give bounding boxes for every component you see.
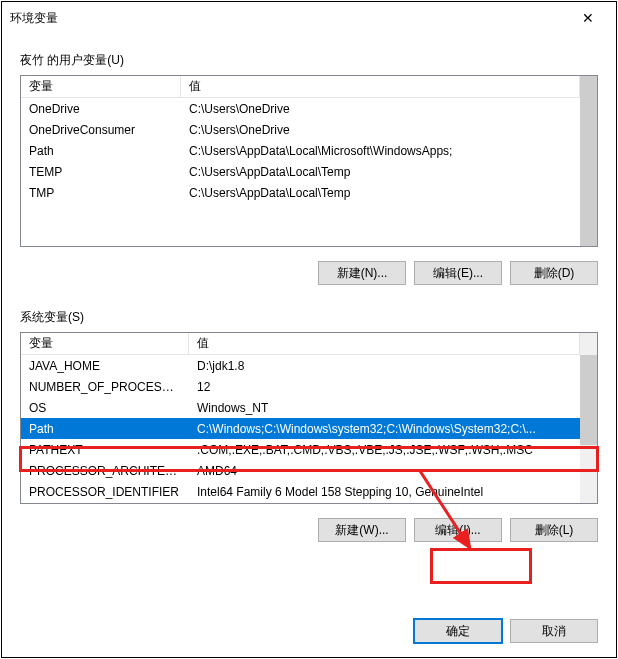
table-row[interactable]: OSWindows_NT: [21, 397, 580, 418]
system-vars-buttons: 新建(W)... 编辑(I)... 删除(L): [20, 518, 598, 542]
user-vars-list[interactable]: 变量 值 OneDriveC:\Users\OneDriveOneDriveCo…: [20, 75, 598, 247]
system-new-button[interactable]: 新建(W)...: [318, 518, 406, 542]
var-value: AMD64: [189, 462, 580, 480]
dialog-footer: 确定 取消: [2, 605, 616, 657]
titlebar: 环境变量 ✕: [2, 2, 616, 34]
table-row[interactable]: PathC:\Windows;C:\Windows\system32;C:\Wi…: [21, 418, 580, 439]
var-name: JAVA_HOME: [21, 357, 189, 375]
var-name: Path: [21, 420, 189, 438]
close-button[interactable]: ✕: [568, 4, 608, 32]
ok-button[interactable]: 确定: [414, 619, 502, 643]
scrollbar-thumb[interactable]: [580, 355, 597, 445]
dialog-content: 夜竹 的用户变量(U) 变量 值 OneDriveC:\Users\OneDri…: [2, 34, 616, 605]
var-name: NUMBER_OF_PROCESSORS: [21, 378, 189, 396]
user-vars-list-inner: 变量 值 OneDriveC:\Users\OneDriveOneDriveCo…: [21, 76, 580, 246]
table-row[interactable]: JAVA_HOMED:\jdk1.8: [21, 355, 580, 376]
system-vars-section: 系统变量(S) 变量 值 JAVA_HOMED:\jdk1.8NUMBER_OF…: [20, 301, 598, 542]
var-name: PATHEXT: [21, 441, 189, 459]
var-value: C:\Windows;C:\Windows\system32;C:\Window…: [189, 420, 580, 438]
user-delete-button[interactable]: 删除(D): [510, 261, 598, 285]
var-name: OS: [21, 399, 189, 417]
close-icon: ✕: [582, 10, 594, 26]
var-value: Windows_NT: [189, 399, 580, 417]
var-name: TEMP: [21, 163, 181, 181]
user-vars-section: 夜竹 的用户变量(U) 变量 值 OneDriveC:\Users\OneDri…: [20, 44, 598, 285]
user-vars-buttons: 新建(N)... 编辑(E)... 删除(D): [20, 261, 598, 285]
system-delete-button[interactable]: 删除(L): [510, 518, 598, 542]
var-name: TMP: [21, 184, 181, 202]
var-value: C:\Users\AppData\Local\Temp: [181, 163, 580, 181]
system-vars-list[interactable]: 变量 值 JAVA_HOMED:\jdk1.8NUMBER_OF_PROCESS…: [20, 332, 598, 504]
cancel-button[interactable]: 取消: [510, 619, 598, 643]
system-vars-label: 系统变量(S): [20, 309, 598, 326]
table-row[interactable]: NUMBER_OF_PROCESSORS12: [21, 376, 580, 397]
env-vars-dialog: 环境变量 ✕ 夜竹 的用户变量(U) 变量 值 OneDriveC:\Users…: [1, 1, 617, 658]
var-value: C:\Users\OneDrive: [181, 100, 580, 118]
table-row[interactable]: OneDriveConsumerC:\Users\OneDrive: [21, 119, 580, 140]
header-name[interactable]: 变量: [21, 333, 189, 355]
var-value: Intel64 Family 6 Model 158 Stepping 10, …: [189, 483, 580, 501]
var-name: PROCESSOR_IDENTIFIER: [21, 483, 189, 501]
window-title: 环境变量: [10, 10, 568, 27]
user-vars-header: 变量 值: [21, 76, 580, 98]
var-value: D:\jdk1.8: [189, 357, 580, 375]
var-value: C:\Users\OneDrive: [181, 121, 580, 139]
header-value[interactable]: 值: [189, 333, 580, 355]
table-row[interactable]: TMPC:\Users\AppData\Local\Temp: [21, 182, 580, 203]
var-value: 12: [189, 378, 580, 396]
var-value: .COM;.EXE;.BAT;.CMD;.VBS;.VBE;.JS;.JSE;.…: [189, 441, 580, 459]
var-name: Path: [21, 142, 181, 160]
scrollbar-thumb[interactable]: [580, 76, 597, 246]
user-vars-label: 夜竹 的用户变量(U): [20, 52, 598, 69]
header-name[interactable]: 变量: [21, 76, 181, 98]
user-vars-scrollbar[interactable]: [580, 76, 597, 246]
var-value: C:\Users\AppData\Local\Microsoft\Windows…: [181, 142, 580, 160]
system-vars-list-inner: 变量 值 JAVA_HOMED:\jdk1.8NUMBER_OF_PROCESS…: [21, 333, 580, 503]
table-row[interactable]: OneDriveC:\Users\OneDrive: [21, 98, 580, 119]
table-row[interactable]: PathC:\Users\AppData\Local\Microsoft\Win…: [21, 140, 580, 161]
table-row[interactable]: PROCESSOR_IDENTIFIERIntel64 Family 6 Mod…: [21, 481, 580, 502]
table-row[interactable]: PROCESSOR_ARCHITECT...AMD64: [21, 460, 580, 481]
system-edit-button[interactable]: 编辑(I)...: [414, 518, 502, 542]
var-name: OneDrive: [21, 100, 181, 118]
table-row[interactable]: TEMPC:\Users\AppData\Local\Temp: [21, 161, 580, 182]
var-name: OneDriveConsumer: [21, 121, 181, 139]
system-vars-header: 变量 值: [21, 333, 580, 355]
user-edit-button[interactable]: 编辑(E)...: [414, 261, 502, 285]
header-value[interactable]: 值: [181, 76, 580, 98]
var-name: PROCESSOR_ARCHITECT...: [21, 462, 189, 480]
system-vars-scrollbar[interactable]: [580, 333, 597, 503]
table-row[interactable]: PATHEXT.COM;.EXE;.BAT;.CMD;.VBS;.VBE;.JS…: [21, 439, 580, 460]
var-value: C:\Users\AppData\Local\Temp: [181, 184, 580, 202]
user-new-button[interactable]: 新建(N)...: [318, 261, 406, 285]
